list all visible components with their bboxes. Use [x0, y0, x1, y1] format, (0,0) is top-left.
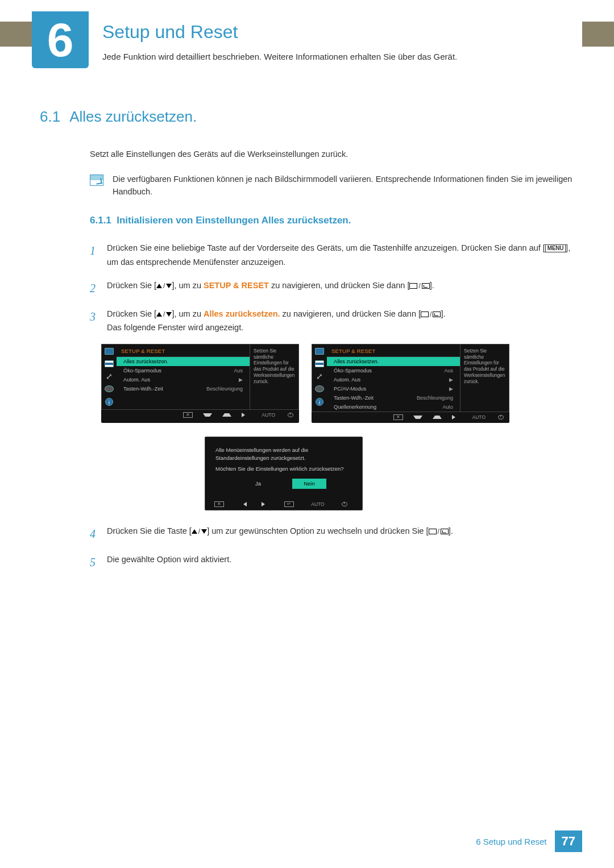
power-icon — [288, 413, 293, 417]
osd-menu-item[interactable]: Tasten-Wdh.-ZeitBeschleunigung — [117, 384, 250, 393]
step-number: 4 — [90, 524, 107, 543]
step-5: 5 Die gewählte Option wird aktiviert. — [90, 553, 574, 572]
step-3-target: Alles zurücksetzen. — [204, 309, 280, 318]
step-4-text-a: Drücken Sie die Taste [ — [107, 526, 192, 535]
steps-list-continued: 4 Drücken Sie die Taste [/] um zur gewün… — [90, 524, 574, 572]
source-enter-keys-icon: / — [429, 526, 449, 537]
step-1: 1 Drücken Sie eine beliebige Taste auf d… — [90, 241, 574, 269]
step-2-text-mid: ], um zu — [172, 281, 204, 290]
step-number: 1 — [90, 241, 107, 269]
step-4-text-mid: ] um zur gewünschten Option zu wechseln … — [207, 526, 428, 535]
osd-item-label: PC/AV-Modus — [334, 386, 366, 392]
osd-help-text: Setzen Sie sämtliche Einstellungen für d… — [250, 344, 298, 409]
osd-item-label: Öko-Sparmodus — [123, 368, 161, 373]
close-icon: ✕ — [183, 412, 193, 418]
step-5-text: Die gewählte Option wird aktiviert. — [107, 553, 574, 572]
power-icon — [342, 502, 347, 506]
osd-item-value: Aus — [234, 368, 243, 373]
osd-menu-item[interactable]: Tasten-Wdh.-ZeitBeschleunigung — [327, 393, 460, 402]
step-3: 3 Drücken Sie [/], um zu Alles zurückset… — [90, 307, 574, 335]
osd-item-value: ▶ — [449, 377, 453, 383]
subsection-heading: 6.1.1 Initialisieren von Einstellungen A… — [90, 215, 574, 226]
enter-icon: ↵ — [284, 501, 294, 507]
step-2: 2 Drücken Sie [/], um zu SETUP & RESET z… — [90, 279, 574, 298]
osd-item-label: Öko-Sparmodus — [334, 368, 372, 373]
chapter-header: 6 Setup und Reset Jede Funktion wird det… — [32, 0, 582, 68]
section-number: 6.1 — [40, 108, 60, 125]
osd-menu-item[interactable]: Öko-SparmodusAus — [117, 366, 250, 375]
osd-help-text: Setzen Sie sämtliche Einstellungen für d… — [460, 344, 509, 412]
note-text: Die verfügbaren Funktionen können je nac… — [113, 173, 574, 198]
power-icon — [498, 415, 504, 420]
left-icon — [239, 502, 247, 506]
osd-menu-item[interactable]: Öko-SparmodusAus — [327, 366, 460, 375]
osd-item-label: Autom. Aus — [123, 377, 150, 383]
osd-panel-b: ⤢ i SETUP & RESET Alles zurücksetzen.Öko… — [312, 344, 509, 423]
osd-menu-item[interactable]: Autom. Aus▶ — [117, 375, 250, 384]
chapter-number-badge: 6 — [32, 11, 89, 68]
auto-label: AUTO — [470, 414, 488, 420]
confirm-dialog: Alle Menüeinstellungen werden auf die St… — [205, 437, 363, 510]
osd-item-value: Aus — [444, 368, 453, 373]
osd-menu-item[interactable]: Autom. Aus▶ — [327, 375, 460, 384]
down-icon — [203, 413, 212, 417]
dialog-no-button[interactable]: Nein — [292, 479, 326, 489]
step-number: 2 — [90, 279, 107, 298]
up-icon — [222, 413, 231, 417]
right-icon — [452, 415, 460, 420]
step-3-text-c: ]. — [441, 309, 445, 318]
footer-trail: 6 Setup und Reset — [476, 837, 546, 846]
steps-list: 1 Drücken Sie eine beliebige Taste auf d… — [90, 241, 574, 335]
step-3-text-a: Drücken Sie [ — [107, 309, 156, 318]
osd-item-label: Quellenerkennung — [334, 404, 376, 410]
step-3-text-b: zu navigieren, und drücken Sie dann [ — [280, 309, 421, 318]
osd-menu-item[interactable]: Alles zurücksetzen. — [327, 357, 460, 366]
up-icon — [433, 416, 442, 419]
color-icon — [315, 360, 324, 367]
right-icon — [262, 502, 269, 506]
close-icon: ✕ — [214, 501, 224, 507]
source-enter-keys-icon: / — [409, 280, 429, 292]
osd-sidebar-icons: ⤢ i — [312, 344, 327, 412]
up-down-keys-icon: / — [156, 280, 172, 292]
dialog-yes-button[interactable]: Ja — [241, 479, 275, 489]
dialog-line-2: Möchten Sie die Einstellungen wirklich z… — [215, 465, 352, 473]
source-enter-keys-icon: / — [421, 309, 441, 320]
note-row: Die verfügbaren Funktionen können je nac… — [90, 173, 574, 198]
chapter-subtitle: Jede Funktion wird detailliert beschrieb… — [102, 51, 457, 64]
step-4: 4 Drücken Sie die Taste [/] um zur gewün… — [90, 524, 574, 543]
osd-item-value: Beschleunigung — [206, 386, 243, 392]
section-intro: Setzt alle Einstellungen des Geräts auf … — [90, 148, 574, 161]
osd-item-value: Beschleunigung — [417, 395, 453, 401]
osd-menu-item[interactable]: PC/AV-Modus▶ — [327, 384, 460, 393]
dialog-line-1: Alle Menüeinstellungen werden auf die St… — [215, 446, 352, 462]
osd-title: SETUP & RESET — [117, 344, 250, 357]
setup-reset-icon — [315, 385, 324, 392]
step-3-text-mid: ], um zu — [172, 309, 204, 318]
menu-key-icon: MENU — [545, 244, 566, 252]
step-3-follow: Das folgende Fenster wird angezeigt. — [107, 323, 243, 332]
down-icon — [413, 416, 422, 419]
color-icon — [105, 360, 114, 367]
osd-item-value: Auto — [442, 404, 453, 410]
step-number: 5 — [90, 553, 107, 572]
step-number: 3 — [90, 307, 107, 335]
osd-menu-item[interactable]: QuellenerkennungAuto — [327, 402, 460, 412]
osd-item-value: ▶ — [239, 377, 243, 383]
auto-label: AUTO — [309, 501, 326, 507]
subsection-number: 6.1.1 — [90, 215, 111, 226]
step-1-text-a: Drücken Sie eine beliebige Taste auf der… — [107, 243, 545, 252]
right-icon — [242, 413, 250, 417]
osd-sidebar-icons: ⤢ i — [102, 344, 117, 409]
auto-label: AUTO — [260, 412, 277, 418]
osd-item-label: Alles zurücksetzen. — [334, 359, 379, 364]
up-down-keys-icon: / — [156, 309, 172, 320]
page-footer: 6 Setup und Reset 77 — [476, 830, 582, 852]
up-down-keys-icon: / — [192, 526, 207, 537]
osd-bottom-bar: ✕ AUTO — [312, 412, 509, 423]
picture-icon — [105, 348, 114, 355]
osd-item-label: Autom. Aus — [334, 377, 360, 383]
footer-page-number: 77 — [555, 830, 582, 852]
osd-menu-item[interactable]: Alles zurücksetzen. — [117, 357, 250, 366]
osd-item-label: Tasten-Wdh.-Zeit — [123, 386, 163, 392]
